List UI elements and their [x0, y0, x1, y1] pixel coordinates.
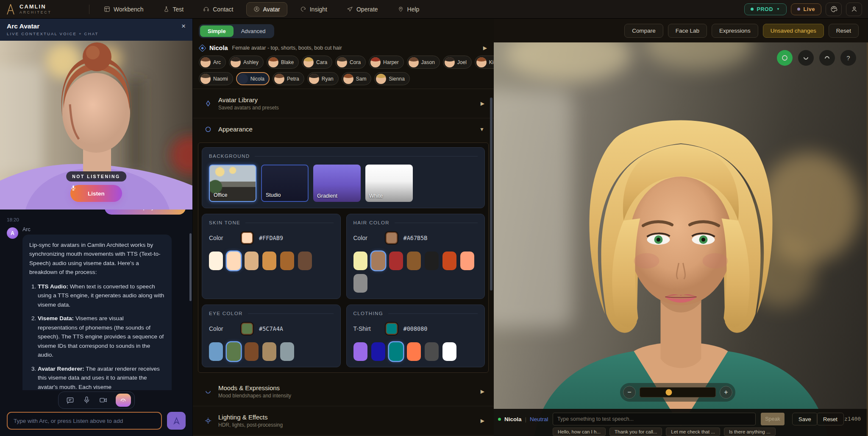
hair-color-swatch[interactable] [371, 252, 385, 270]
nav-item-help[interactable]: Help [391, 2, 426, 17]
hair-color-preview[interactable] [386, 232, 398, 244]
account-button[interactable] [846, 3, 862, 16]
nav-item-avatar[interactable]: Avatar [246, 2, 287, 17]
clothing-swatch[interactable] [407, 342, 421, 361]
skin-tone-swatch[interactable] [262, 252, 276, 270]
clothing-swatch[interactable] [425, 342, 439, 361]
environment-selector[interactable]: PROD ▼ [744, 3, 787, 15]
chat-mode-icon[interactable] [66, 396, 74, 404]
clothing-swatch[interactable] [389, 342, 403, 361]
eye-color-swatch[interactable] [209, 342, 223, 361]
compare-button[interactable]: Compare [624, 24, 663, 38]
avatar-chip-sam[interactable]: Sam [342, 72, 372, 85]
hair-color-swatch[interactable] [460, 252, 474, 270]
nav-item-insight[interactable]: Insight [293, 2, 334, 17]
avatar-chip-ashley[interactable]: Ashley [229, 56, 264, 69]
quick-phrase-chip[interactable]: Is there anything ... [724, 428, 776, 436]
hair-color-swatch[interactable] [442, 252, 456, 270]
nav-item-contact[interactable]: Contact [196, 2, 240, 17]
quick-phrase-chip[interactable]: Thank you for call... [609, 428, 662, 436]
hair-color-swatch[interactable] [407, 252, 421, 270]
chat-input[interactable] [7, 412, 162, 430]
tshirt-color-preview[interactable] [386, 323, 398, 335]
save-button[interactable]: Save [792, 413, 818, 425]
speak-button[interactable]: Speak [761, 413, 785, 425]
avatar-chip-naomi[interactable]: Naomi [199, 72, 233, 85]
chat-history[interactable]: How does lip-sync work? 18:20 A Arc Lip-… [0, 210, 192, 390]
record-circle-button[interactable] [777, 50, 793, 66]
reset-button[interactable]: Reset [817, 413, 844, 425]
skin-color-preview[interactable] [241, 232, 253, 244]
section-avatar-library[interactable]: Avatar Library Saved avatars and presets… [193, 89, 494, 118]
eye-color-swatch[interactable] [227, 342, 241, 361]
hair-color-swatch[interactable] [389, 252, 403, 270]
skin-tone-swatch[interactable] [280, 252, 294, 270]
eye-color-swatch[interactable] [245, 342, 259, 361]
zoom-out-button[interactable]: − [623, 386, 636, 399]
unsaved-changes-button[interactable]: Unsaved changes [763, 24, 824, 38]
mic-mode-icon[interactable] [83, 396, 91, 404]
hair-color-swatch[interactable] [425, 252, 439, 270]
clothing-swatch[interactable] [371, 342, 385, 361]
skin-tone-swatch[interactable] [209, 252, 223, 270]
clothing-swatch[interactable] [353, 342, 367, 361]
eye-color-preview[interactable] [241, 323, 253, 335]
eye-color-swatch[interactable] [262, 342, 276, 361]
expression-smile-button[interactable] [798, 50, 814, 66]
avatar-chip-jason[interactable]: Jason [407, 56, 440, 69]
avatar-chip-cora[interactable]: Cora [335, 56, 366, 69]
send-button[interactable] [167, 412, 186, 430]
nav-item-workbench[interactable]: Workbench [97, 2, 150, 17]
hair-color-swatch[interactable] [353, 252, 367, 270]
skin-tone-swatch[interactable] [245, 252, 259, 270]
listen-button[interactable]: Listen [70, 185, 122, 202]
expressions-button[interactable]: Expressions [712, 24, 758, 38]
hair-color-swatch[interactable] [353, 274, 367, 293]
expression-arc-button[interactable] [819, 50, 835, 66]
mood-label[interactable]: Neutral [530, 416, 548, 422]
chevron-right-icon[interactable]: ▶ [483, 45, 487, 51]
avatar-chip-joel[interactable]: Joel [443, 56, 472, 69]
speech-test-input[interactable] [553, 413, 756, 425]
zoom-track[interactable] [640, 387, 716, 397]
quick-phrase-chip[interactable]: Hello, how can I h... [553, 428, 606, 436]
tab-advanced[interactable]: Advanced [234, 25, 273, 37]
background-option-studio[interactable]: Studio [261, 165, 309, 202]
quick-phrase-chip[interactable]: Let me check that ... [666, 428, 720, 436]
skin-tone-swatch[interactable] [227, 252, 241, 270]
zoom-in-button[interactable]: + [720, 386, 732, 399]
section-moods[interactable]: Moods & Expressions Mood blendshapes and… [193, 377, 494, 406]
current-avatar-row[interactable]: Nicola Female avatar - top, shorts, boot… [193, 38, 494, 56]
nav-item-operate[interactable]: Operate [340, 2, 385, 17]
background-option-gradient[interactable]: Gradient [313, 165, 361, 202]
section-lighting[interactable]: Lighting & Effects HDR, lights, post-pro… [193, 406, 494, 436]
avatar-chip-harper[interactable]: Harper [369, 56, 404, 69]
theme-palette-button[interactable] [826, 3, 842, 16]
avatar-chip-blake[interactable]: Blake [267, 56, 299, 69]
avatar-chip-ryan[interactable]: Ryan [307, 72, 339, 85]
help-button[interactable]: ? [840, 50, 856, 66]
background-option-office[interactable]: Office [209, 165, 256, 202]
reset-button[interactable]: Reset [829, 24, 859, 38]
section-appearance[interactable]: Appearance ▼ [193, 118, 494, 140]
tab-simple[interactable]: Simple [200, 25, 234, 37]
eye-color-swatch[interactable] [280, 342, 294, 361]
chat-scrollbar[interactable] [189, 233, 192, 301]
avatar-chip-cara[interactable]: Cara [302, 56, 332, 69]
avatar-chip-sienna[interactable]: Sienna [374, 72, 409, 85]
zoom-handle[interactable] [665, 389, 672, 396]
avatar-chip-kiera[interactable]: Kiera [475, 56, 494, 69]
live-toggle[interactable]: Live [791, 3, 821, 15]
avatar-chip-nicola[interactable]: Nicola [236, 72, 270, 85]
editor-scrollbar[interactable] [490, 98, 492, 291]
close-icon[interactable]: × [181, 22, 186, 30]
avatar-3d-viewport[interactable]: ? − + Nicola | Neutral Speak Save [494, 42, 868, 436]
face-lab-button[interactable]: Face Lab [668, 24, 707, 38]
clothing-swatch[interactable] [442, 342, 456, 361]
arc-mode-button[interactable] [116, 394, 131, 407]
background-option-white[interactable]: White [365, 165, 413, 202]
avatar-chip-petra[interactable]: Petra [273, 72, 304, 85]
nav-item-test[interactable]: Test [156, 2, 191, 17]
avatar-chip-arc[interactable]: Arc [199, 56, 226, 69]
video-mode-icon[interactable] [99, 396, 107, 404]
